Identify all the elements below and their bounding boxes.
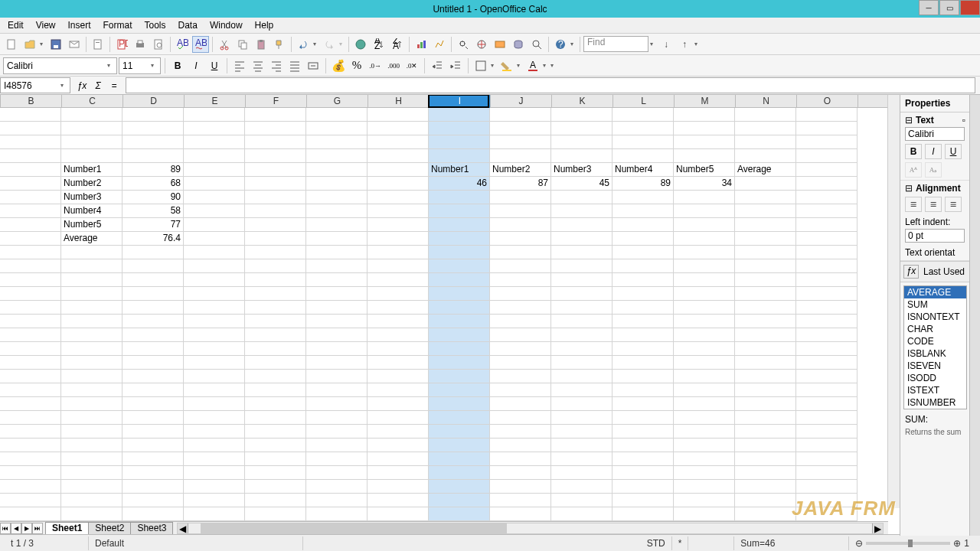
cell[interactable] <box>306 466 368 480</box>
cell[interactable] <box>612 246 674 259</box>
cell[interactable] <box>735 246 796 259</box>
copy-icon[interactable] <box>234 36 251 53</box>
cell[interactable] <box>429 287 490 301</box>
cell[interactable]: Number2 <box>490 163 551 177</box>
cell[interactable] <box>184 425 245 439</box>
sidebar-rail[interactable] <box>969 95 980 536</box>
cell[interactable] <box>735 342 796 356</box>
cell[interactable] <box>735 397 796 411</box>
zoom-value[interactable]: 1 <box>964 536 969 550</box>
cell[interactable] <box>245 466 306 480</box>
cell[interactable] <box>0 383 61 397</box>
open-icon[interactable] <box>21 36 38 53</box>
cell[interactable]: 34 <box>674 177 735 191</box>
cell[interactable] <box>61 439 122 452</box>
cell[interactable] <box>245 218 306 232</box>
cell[interactable] <box>0 466 61 480</box>
cell[interactable] <box>122 411 184 425</box>
cell[interactable] <box>245 149 306 163</box>
cell[interactable] <box>61 328 122 342</box>
cell[interactable] <box>368 191 429 204</box>
cell[interactable] <box>551 273 612 287</box>
cell[interactable] <box>184 356 245 370</box>
cell[interactable] <box>61 315 122 328</box>
cell[interactable] <box>306 191 368 204</box>
cell[interactable] <box>796 342 858 356</box>
cell[interactable] <box>674 246 735 259</box>
cell[interactable] <box>735 177 796 191</box>
func-item[interactable]: ISNONTEXT <box>904 311 966 323</box>
cell[interactable] <box>61 494 122 507</box>
cell[interactable]: Average <box>735 163 796 177</box>
cell[interactable] <box>796 466 858 480</box>
cell[interactable] <box>184 383 245 397</box>
func-item[interactable]: ISNUMBER <box>904 396 966 409</box>
cell[interactable] <box>122 342 184 356</box>
cell[interactable] <box>368 328 429 342</box>
cell[interactable] <box>61 507 122 521</box>
name-box[interactable]: I48576▾ <box>0 77 70 93</box>
cell[interactable] <box>122 494 184 507</box>
cell[interactable] <box>368 370 429 383</box>
cell[interactable] <box>122 383 184 397</box>
func-item[interactable]: ISTEXT <box>904 384 966 396</box>
preview-icon[interactable] <box>150 36 167 53</box>
cell[interactable]: 89 <box>122 163 184 177</box>
cell[interactable] <box>796 246 858 259</box>
cell[interactable]: Number1 <box>61 163 122 177</box>
cell[interactable] <box>490 466 551 480</box>
cell[interactable] <box>612 108 674 122</box>
cell[interactable] <box>245 232 306 246</box>
cell[interactable] <box>674 383 735 397</box>
cell[interactable] <box>306 370 368 383</box>
cell[interactable] <box>0 149 61 163</box>
insert-mode[interactable]: STD <box>641 536 672 550</box>
email-icon[interactable] <box>66 36 83 53</box>
cell[interactable] <box>306 452 368 466</box>
cell[interactable]: Number1 <box>429 163 490 177</box>
cell[interactable] <box>551 383 612 397</box>
col-header-I[interactable]: I <box>430 95 491 108</box>
cell[interactable] <box>796 122 858 135</box>
cell[interactable] <box>0 135 61 149</box>
cell[interactable] <box>674 356 735 370</box>
cell[interactable] <box>368 273 429 287</box>
cell[interactable] <box>796 163 858 177</box>
cell[interactable] <box>245 108 306 122</box>
cut-icon[interactable] <box>216 36 233 53</box>
cell[interactable] <box>796 177 858 191</box>
sidebar-sub-button[interactable]: Aₐ <box>925 162 942 178</box>
underline-button[interactable]: U <box>206 57 223 74</box>
cell[interactable] <box>612 273 674 287</box>
find-icon[interactable] <box>455 36 472 53</box>
cell[interactable] <box>735 411 796 425</box>
cell[interactable] <box>368 342 429 356</box>
cell[interactable] <box>184 204 245 218</box>
cell[interactable] <box>612 370 674 383</box>
sidebar-align-center-icon[interactable]: ≡ <box>925 197 942 212</box>
cell[interactable] <box>306 315 368 328</box>
cell[interactable] <box>306 135 368 149</box>
undo-icon[interactable] <box>295 36 312 53</box>
cell[interactable] <box>674 149 735 163</box>
func-item[interactable]: SUM <box>904 298 966 311</box>
cell[interactable] <box>612 480 674 494</box>
cell[interactable] <box>245 425 306 439</box>
cell[interactable] <box>551 328 612 342</box>
cell[interactable]: Number5 <box>674 163 735 177</box>
cell[interactable] <box>612 218 674 232</box>
cell[interactable] <box>61 383 122 397</box>
cell[interactable] <box>122 397 184 411</box>
autospell-icon[interactable]: ABC <box>192 36 209 53</box>
help-icon[interactable]: ? <box>552 36 569 53</box>
tab-sheet2[interactable]: Sheet2 <box>88 522 131 534</box>
cell[interactable] <box>490 218 551 232</box>
cell[interactable] <box>184 246 245 259</box>
sidebar-bold-button[interactable]: B <box>905 144 922 159</box>
cell[interactable] <box>612 122 674 135</box>
bold-button[interactable]: B <box>169 57 186 74</box>
cell[interactable] <box>551 411 612 425</box>
cell[interactable] <box>796 259 858 273</box>
function-wizard-icon[interactable]: ƒx <box>75 79 89 93</box>
col-header-C[interactable]: C <box>62 95 123 108</box>
